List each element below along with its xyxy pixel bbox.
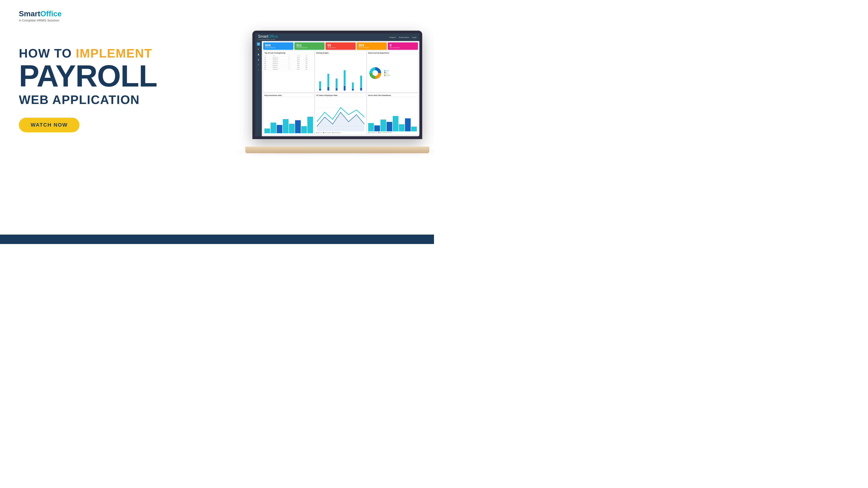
stat-present-number: 311 [296,44,308,47]
svg-point-5 [258,59,259,60]
svg-point-9 [372,70,378,76]
headline-line1: HOW TO IMPLEMENT [19,47,184,59]
dashboard: SmartOffice A Complete HRMS Solution Sup… [255,33,420,136]
chart-emp-count-title: Emp Count by Department [368,52,417,55]
logo-smart: Smart [19,9,40,18]
stat-offline-label: Offline Devices [328,47,336,48]
ot-legend-2: Total Late Byte hrs [324,132,331,133]
sidebar-icon-dollar3[interactable]: $ [257,68,260,72]
dash-nav: Support Subscription Login [389,36,416,38]
chart-earning: Earning Graphs [315,51,366,92]
stat-active-employees: 604 Active Employees [263,42,293,50]
legend-finance: Finance [386,73,389,74]
svg-marker-13 [317,112,365,131]
stat-present-employees: 311 Present Employees [294,42,324,50]
nav-support[interactable]: Support [389,36,396,38]
chart-emp-transaction: Emp transaction stats [263,93,314,135]
dashboard-header: SmartOffice A Complete HRMS Solution Sup… [255,33,420,41]
bottom-bar [0,234,434,244]
stats-row: 604 Active Employees 311 Present Employe… [263,42,418,50]
sidebar-icon-people[interactable] [257,53,260,56]
dash-logo-office: Office [268,34,278,38]
stat-absent-label: Absent Employees [359,47,369,48]
headline-payroll: PAYROLL [19,61,184,91]
laptop-base-shadow [236,151,434,153]
stat-offline-number: 55 [328,44,336,47]
stat-absent-number: 303 [359,44,369,47]
svg-text:$: $ [258,64,259,66]
dash-body: $ $ $ [255,41,420,136]
chart-ot-stats: OT Stats & Employee Stats [315,93,366,135]
headline-web: WEB APPLICATION [19,94,184,106]
chart-earning-title: Earning Graphs [316,52,365,55]
watch-now-button[interactable]: WATCH NOW [19,118,80,132]
logo: SmartOffice [19,9,62,18]
dash-main: 604 Active Employees 311 Present Employe… [262,41,420,136]
charts-row-1: Top 10 Late Coming/Going Code Name T Com… [263,51,418,92]
ot-legend-3: Total Early Byte hrs [334,132,341,133]
dash-sidebar: $ $ $ [255,41,262,136]
logo-area: SmartOffice A Complete HRMS Solution [19,9,62,22]
chart-emp-trans-title: Emp transaction stats [265,95,313,97]
dash-logo: SmartOffice A Complete HRMS Solution [258,34,278,40]
legend-it: IT Dept [386,70,389,71]
chart-top10-title: Top 10 Late Coming/Going [265,52,313,55]
svg-point-4 [258,54,259,55]
sidebar-icon-dollar[interactable]: $ [257,47,260,51]
stat-high-temp: 0 High Temperature [388,42,418,50]
top10-table: Code Name T Coming Time 001Employee AL09… [265,55,313,70]
chart-device-realtime: Device Real Time Dashboard [367,93,418,135]
chart-ot-title: OT Stats & Employee Stats [316,95,365,97]
pie-container: IT Dept HR Finance Operations [368,55,417,91]
stat-temp-number: 0 [390,44,400,47]
pie-legend: IT Dept HR Finance Operations [384,70,391,76]
sidebar-icon-dollar2[interactable]: $ [257,63,260,66]
sidebar-icon-person[interactable] [257,58,260,61]
laptop-screen: SmartOffice A Complete HRMS Solution Sup… [255,33,420,136]
chart-top10: Top 10 Late Coming/Going Code Name T Com… [263,51,314,92]
device-legend-2: IN/OUT [380,132,382,133]
stat-active-label: Active Employees [265,47,276,48]
headline-implement: IMPLEMENT [76,46,152,60]
ot-legend-1: Total OT hrs [318,132,322,133]
ot-line-chart [317,98,365,131]
pie-chart [368,66,382,80]
stat-offline-devices: 55 Offline Devices [326,42,356,50]
dash-logo-smart: Smart [258,34,268,38]
chart-device-title: Device Real Time Dashboard [368,95,417,97]
nav-login[interactable]: Login [412,36,416,38]
svg-text:$: $ [258,69,259,71]
legend-ops: Operations [386,75,391,76]
stat-temp-label: High Temperature [390,47,400,48]
stat-present-label: Present Employees [296,47,308,48]
stat-active-number: 604 [265,44,276,47]
device-legend-3: TOTAL PUNCHES [385,132,392,133]
legend-hr: HR [386,72,387,73]
stat-absent-employees: 303 Absent Employees [356,42,387,50]
laptop-container: SmartOffice A Complete HRMS Solution Sup… [245,31,429,153]
svg-text:$: $ [258,48,259,50]
nav-subscription[interactable]: Subscription [399,36,409,38]
charts-row-2: Emp transaction stats [263,93,418,135]
logo-subtitle: A Complete HRMS Solution [19,19,62,22]
sidebar-icon-clock[interactable] [257,42,260,46]
device-legend-1: Total employees now [370,132,377,133]
dash-logo-sub: A Complete HRMS Solution [258,39,278,40]
chart-emp-count: Emp Count by Department [367,51,418,92]
logo-office: Office [40,9,62,18]
laptop-body: SmartOffice A Complete HRMS Solution Sup… [252,31,422,139]
left-content: HOW TO IMPLEMENT PAYROLL WEB APPLICATION… [19,47,184,132]
